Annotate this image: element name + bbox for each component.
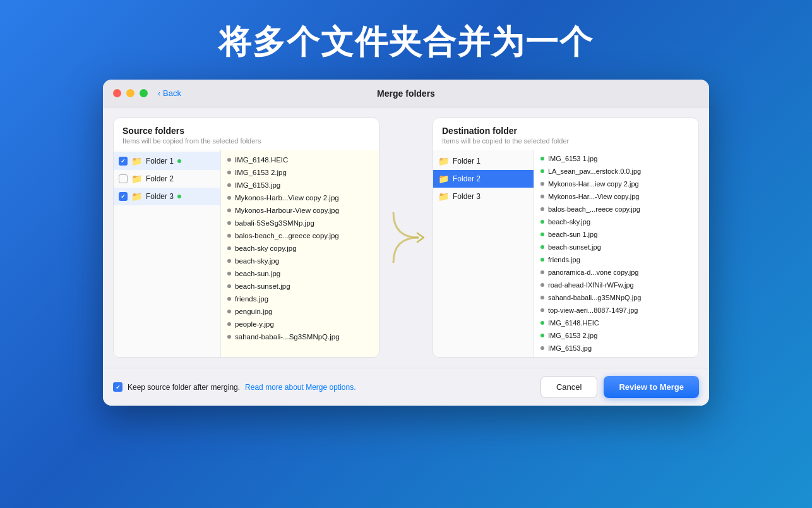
dest-folder-1-icon: 📁 (438, 156, 449, 166)
list-item: beach-sunset.jpg (534, 241, 698, 253)
list-item: LA_sean_pav...erstock.0.0.jpg (534, 165, 698, 178)
folder-2-name: Folder 2 (146, 174, 174, 183)
list-item: beach-sun 1.jpg (534, 228, 698, 241)
list-item: friends.jpg (221, 293, 379, 305)
dest-folder-2-icon: 📁 (438, 174, 449, 184)
list-item: IMG_6153.jpg (221, 179, 379, 191)
read-more-link[interactable]: Read more about Merge options. (245, 383, 355, 392)
dest-folder-2-item[interactable]: 📁 Folder 2 (433, 170, 534, 188)
folder-2-icon: 📁 (131, 174, 142, 184)
list-item: friends.jpg (534, 253, 698, 266)
source-folder-3-item[interactable]: 📁 Folder 3 (114, 188, 220, 205)
minimize-button[interactable] (126, 89, 134, 97)
list-item: balos-beach_c...greece copy.jpg (221, 229, 379, 242)
source-files-area: IMG_6148.HEIC IMG_6153 2.jpg IMG_6153.jp… (221, 150, 379, 357)
list-item: penguin.jpg (221, 305, 379, 318)
source-folder-item[interactable]: 📁 Folder 1 (114, 152, 220, 170)
list-item: sahand-babali-...Sg3SMNpQ.jpg (221, 330, 379, 343)
dest-folder-3-icon: 📁 (438, 191, 449, 202)
page-title: 将多个文件夹合并为一个 (218, 20, 594, 64)
cancel-button[interactable]: Cancel (540, 376, 597, 398)
dest-panel-content: 📁 Folder 1 📁 Folder 2 📁 Folder 3 IMG_615… (433, 150, 698, 357)
list-item: babali-5SeSg3SMNp.jpg (221, 217, 379, 229)
list-item: beach-sky.jpg (534, 215, 698, 228)
list-item: top-view-aeri...8087-1497.jpg (534, 304, 698, 317)
source-panel: Source folders Items will be copied from… (113, 118, 379, 358)
folder-3-name: Folder 3 (146, 192, 174, 201)
dest-folder-list: 📁 Folder 1 📁 Folder 2 📁 Folder 3 (433, 150, 534, 357)
folder-3-icon: 📁 (131, 191, 142, 202)
dest-folder-2-name: Folder 2 (453, 174, 481, 183)
keep-source-label: Keep source folder after merging. (128, 383, 240, 392)
folder-1-dot (177, 159, 181, 163)
keep-source-checkbox[interactable] (113, 382, 122, 392)
folder-2-checkbox[interactable] (119, 174, 128, 183)
list-item: IMG_6148.HEIC (534, 317, 698, 329)
list-item: sahand-babali...g3SMNpQ.jpg (534, 291, 698, 304)
footer-options: Keep source folder after merging. Read m… (113, 382, 356, 392)
maximize-button[interactable] (140, 89, 148, 97)
titlebar: ‹ Back Merge folders (103, 80, 709, 107)
chevron-left-icon: ‹ (158, 89, 160, 98)
list-item: IMG_6153 2.jpg (534, 329, 698, 342)
close-button[interactable] (113, 89, 121, 97)
destination-panel: Destination folder Items will be copied … (433, 118, 699, 358)
dest-folder-1-name: Folder 1 (453, 157, 481, 166)
back-label: Back (163, 88, 181, 98)
dest-folder-1-item[interactable]: 📁 Folder 1 (433, 152, 534, 170)
window-footer: Keep source folder after merging. Read m… (103, 368, 709, 406)
dest-panel-title: Destination folder (442, 126, 690, 136)
source-panel-header: Source folders Items will be copied from… (114, 118, 379, 150)
dest-folder-3-name: Folder 3 (453, 192, 481, 201)
traffic-lights (113, 89, 148, 97)
list-item: IMG_6148.HEIC (221, 154, 379, 166)
source-folder-2-item[interactable]: 📁 Folder 2 (114, 170, 220, 188)
list-item: IMG_6153.jpg (534, 342, 698, 354)
folder-3-checkbox[interactable] (119, 192, 128, 201)
list-item: people-y.jpg (221, 318, 379, 330)
folder-3-dot (177, 195, 181, 198)
list-item: balos-beach_...reece copy.jpg (534, 203, 698, 215)
review-to-merge-button[interactable]: Review to Merge (604, 376, 699, 398)
list-item: panoramica-d...vone copy.jpg (534, 266, 698, 279)
source-folder-list: 📁 Folder 1 📁 Folder 2 📁 Folder 3 (114, 150, 221, 357)
window-body: Source folders Items will be copied from… (103, 107, 709, 368)
folder-1-checkbox[interactable] (119, 157, 128, 166)
list-item: road-ahead-IXfNil-rWFw.jpg (534, 279, 698, 291)
list-item: beach-sun.jpg (221, 267, 379, 280)
list-item: beach-sky copy.jpg (221, 242, 379, 255)
dest-panel-header: Destination folder Items will be copied … (433, 118, 698, 150)
source-panel-subtitle: Items will be copied from the selected f… (122, 137, 370, 145)
dest-folder-3-item[interactable]: 📁 Folder 3 (433, 188, 534, 205)
dest-panel-subtitle: Items will be copied to the selected fol… (442, 137, 690, 145)
list-item: IMG_6153 1.jpg (534, 152, 698, 165)
folder-1-name: Folder 1 (146, 157, 174, 166)
list-item: Mykonos-Harbour-View copy.jpg (221, 204, 379, 217)
source-panel-title: Source folders (122, 126, 370, 136)
source-panel-content: 📁 Folder 1 📁 Folder 2 📁 Folder 3 (114, 150, 379, 357)
list-item: Mykonos-Har...-View copy.jpg (534, 190, 698, 203)
window-title: Merge folders (377, 88, 435, 99)
list-item: beach-sunset.jpg (221, 280, 379, 293)
list-item: IMG_6153 2.jpg (221, 166, 379, 179)
arrow-connector (387, 118, 425, 358)
list-item: Mykonos-Harb...View copy 2.jpg (221, 191, 379, 204)
list-item: Mykonos-Har...iew copy 2.jpg (534, 178, 698, 190)
source-file-list[interactable]: IMG_6148.HEIC IMG_6153 2.jpg IMG_6153.jp… (221, 150, 379, 357)
list-item: beach-sky.jpg (221, 255, 379, 267)
app-window: ‹ Back Merge folders Source folders Item… (103, 80, 709, 406)
footer-buttons: Cancel Review to Merge (540, 376, 699, 398)
folder-icon: 📁 (131, 156, 142, 166)
back-button[interactable]: ‹ Back (158, 88, 181, 98)
dest-file-list[interactable]: IMG_6153 1.jpg LA_sean_pav...erstock.0.0… (534, 150, 698, 357)
